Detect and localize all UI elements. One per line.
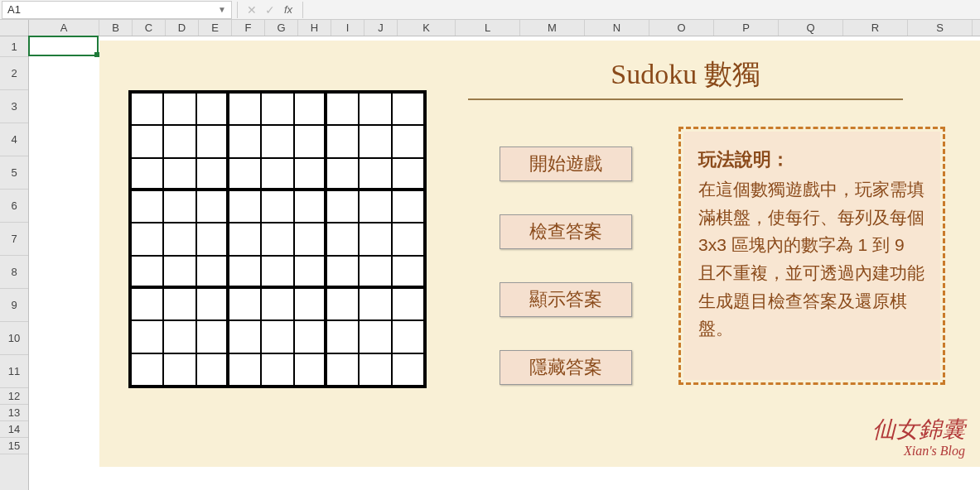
column-header-o[interactable]: O <box>649 20 714 36</box>
sudoku-cell[interactable] <box>131 288 163 320</box>
sudoku-cell[interactable] <box>196 158 229 190</box>
sudoku-cell[interactable] <box>359 288 391 320</box>
sudoku-cell[interactable] <box>131 256 163 288</box>
sudoku-cell[interactable] <box>326 93 359 125</box>
sudoku-cell[interactable] <box>294 256 326 288</box>
sudoku-cell[interactable] <box>229 190 261 223</box>
sudoku-cell[interactable] <box>196 190 229 223</box>
sudoku-cell[interactable] <box>163 223 196 255</box>
row-header-4[interactable]: 4 <box>0 123 28 156</box>
select-all-corner[interactable] <box>0 20 29 36</box>
sudoku-cell[interactable] <box>359 256 391 288</box>
sudoku-cell[interactable] <box>131 93 163 125</box>
sudoku-cell[interactable] <box>326 125 359 157</box>
sudoku-cell[interactable] <box>326 256 359 288</box>
sudoku-cell[interactable] <box>294 93 326 125</box>
sudoku-cell[interactable] <box>163 93 196 125</box>
sudoku-cell[interactable] <box>131 223 163 255</box>
row-header-14[interactable]: 14 <box>0 421 28 438</box>
sudoku-cell[interactable] <box>196 320 229 353</box>
column-header-c[interactable]: C <box>133 20 166 36</box>
cells[interactable]: Sudoku 數獨 開始遊戲 檢查答案 顯示答案 隱藏答案 玩法說明： 在這個數… <box>29 36 980 490</box>
sudoku-cell[interactable] <box>294 125 326 157</box>
sudoku-cell[interactable] <box>261 353 293 386</box>
column-header-m[interactable]: M <box>520 20 585 36</box>
sudoku-cell[interactable] <box>163 256 196 288</box>
row-header-11[interactable]: 11 <box>0 355 28 388</box>
column-header-g[interactable]: G <box>265 20 298 36</box>
sudoku-cell[interactable] <box>294 320 326 353</box>
sudoku-cell[interactable] <box>326 190 359 223</box>
sudoku-cell[interactable] <box>359 158 391 190</box>
column-header-j[interactable]: J <box>364 20 398 36</box>
column-header-i[interactable]: I <box>331 20 364 36</box>
sudoku-cell[interactable] <box>229 125 261 157</box>
sudoku-cell[interactable] <box>131 125 163 157</box>
sudoku-cell[interactable] <box>163 320 196 353</box>
sudoku-cell[interactable] <box>326 320 359 353</box>
column-header-s[interactable]: S <box>908 20 973 36</box>
sudoku-cell[interactable] <box>229 158 261 190</box>
column-header-l[interactable]: L <box>456 20 520 36</box>
sudoku-cell[interactable] <box>359 93 391 125</box>
formula-input[interactable] <box>308 1 980 19</box>
sudoku-cell[interactable] <box>163 353 196 386</box>
sudoku-cell[interactable] <box>261 190 293 223</box>
row-header-5[interactable]: 5 <box>0 156 28 190</box>
row-header-9[interactable]: 9 <box>0 289 28 322</box>
sudoku-cell[interactable] <box>196 223 229 255</box>
formula-cancel-button[interactable]: ✕ <box>243 1 261 19</box>
sudoku-cell[interactable] <box>131 158 163 190</box>
sudoku-cell[interactable] <box>392 190 424 223</box>
column-header-k[interactable]: K <box>398 20 456 36</box>
sudoku-cell[interactable] <box>294 353 326 386</box>
column-header-r[interactable]: R <box>843 20 908 36</box>
sudoku-cell[interactable] <box>261 320 293 353</box>
column-header-e[interactable]: E <box>199 20 232 36</box>
sudoku-cell[interactable] <box>229 256 261 288</box>
name-box[interactable]: A1 ▼ <box>2 1 232 19</box>
sudoku-cell[interactable] <box>392 93 424 125</box>
fx-button[interactable]: fx <box>279 1 297 19</box>
row-header-3[interactable]: 3 <box>0 90 28 123</box>
sudoku-cell[interactable] <box>229 353 261 386</box>
sudoku-cell[interactable] <box>326 223 359 255</box>
row-header-10[interactable]: 10 <box>0 322 28 355</box>
column-header-n[interactable]: N <box>585 20 649 36</box>
show-button[interactable]: 顯示答案 <box>500 282 632 317</box>
column-header-b[interactable]: B <box>99 20 133 36</box>
column-header-p[interactable]: P <box>714 20 779 36</box>
sudoku-cell[interactable] <box>326 158 359 190</box>
sudoku-cell[interactable] <box>229 320 261 353</box>
formula-enter-button[interactable]: ✓ <box>261 1 279 19</box>
sudoku-board[interactable] <box>128 90 427 388</box>
sudoku-cell[interactable] <box>392 223 424 255</box>
sudoku-cell[interactable] <box>392 256 424 288</box>
check-button[interactable]: 檢查答案 <box>500 214 632 249</box>
sudoku-cell[interactable] <box>229 223 261 255</box>
column-header-f[interactable]: F <box>232 20 265 36</box>
sudoku-cell[interactable] <box>392 353 424 386</box>
sudoku-cell[interactable] <box>359 125 391 157</box>
sudoku-cell[interactable] <box>261 288 293 320</box>
sudoku-cell[interactable] <box>326 288 359 320</box>
sudoku-cell[interactable] <box>261 256 293 288</box>
sudoku-cell[interactable] <box>294 158 326 190</box>
start-button[interactable]: 開始遊戲 <box>500 147 632 181</box>
sudoku-cell[interactable] <box>163 190 196 223</box>
column-header-h[interactable]: H <box>298 20 331 36</box>
sudoku-cell[interactable] <box>294 190 326 223</box>
sudoku-cell[interactable] <box>196 353 229 386</box>
sudoku-cell[interactable] <box>131 320 163 353</box>
sudoku-cell[interactable] <box>359 353 391 386</box>
column-header-q[interactable]: Q <box>779 20 843 36</box>
sudoku-cell[interactable] <box>326 353 359 386</box>
sudoku-cell[interactable] <box>261 223 293 255</box>
sudoku-cell[interactable] <box>261 93 293 125</box>
sudoku-cell[interactable] <box>261 158 293 190</box>
row-header-13[interactable]: 13 <box>0 405 28 421</box>
sudoku-cell[interactable] <box>163 158 196 190</box>
sudoku-cell[interactable] <box>392 320 424 353</box>
sudoku-cell[interactable] <box>196 288 229 320</box>
column-header-a[interactable]: A <box>29 20 99 36</box>
